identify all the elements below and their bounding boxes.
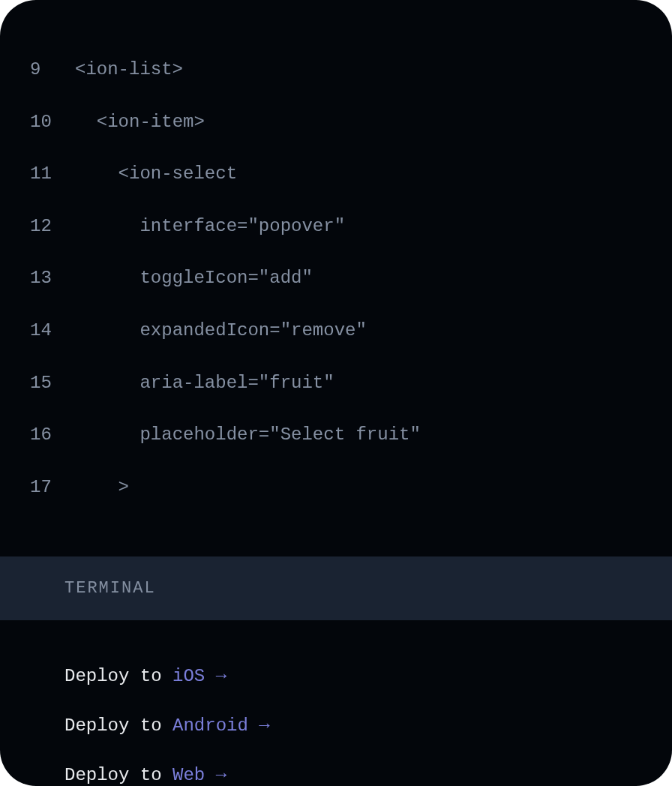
arrow-right-icon: → xyxy=(205,763,226,786)
code-text: > xyxy=(75,475,129,500)
code-line: 17 > xyxy=(30,475,642,500)
line-number: 12 xyxy=(30,214,75,239)
line-number: 14 xyxy=(30,318,75,344)
command-target: Web xyxy=(172,763,205,786)
terminal-tab[interactable]: TERMINAL xyxy=(0,556,672,620)
deploy-web-command[interactable]: Deploy to Web → xyxy=(64,763,608,786)
code-line: 9 <ion-list> xyxy=(30,57,642,82)
code-text: <ion-select xyxy=(75,161,237,187)
code-text: <ion-item> xyxy=(75,110,205,135)
arrow-right-icon: → xyxy=(205,664,226,689)
line-number: 16 xyxy=(30,422,75,448)
command-prefix: Deploy to xyxy=(64,664,172,689)
code-line: 16 placeholder="Select fruit" xyxy=(30,422,642,448)
code-text: toggleIcon="add" xyxy=(75,266,313,291)
code-line: 12 interface="popover" xyxy=(30,214,642,239)
editor-window: 9 <ion-list> 10 <ion-item> 11 <ion-selec… xyxy=(0,0,672,786)
command-target: Android xyxy=(172,713,248,739)
code-text: expandedIcon="remove" xyxy=(75,318,367,344)
command-prefix: Deploy to xyxy=(64,763,172,786)
line-number: 15 xyxy=(30,370,75,396)
code-text: interface="popover" xyxy=(75,214,345,239)
line-number: 11 xyxy=(30,161,75,187)
code-line: 11 <ion-select xyxy=(30,161,642,187)
code-line: 15 aria-label="fruit" xyxy=(30,370,642,396)
terminal-panel[interactable]: Deploy to iOS → Deploy to Android → Depl… xyxy=(0,620,672,786)
line-number: 9 xyxy=(30,57,75,82)
code-text: aria-label="fruit" xyxy=(75,370,334,396)
command-prefix: Deploy to xyxy=(64,713,172,739)
code-text: placeholder="Select fruit" xyxy=(75,422,421,448)
deploy-android-command[interactable]: Deploy to Android → xyxy=(64,713,608,739)
code-line: 14 expandedIcon="remove" xyxy=(30,318,642,344)
line-number: 10 xyxy=(30,110,75,135)
code-line: 13 toggleIcon="add" xyxy=(30,266,642,291)
command-target: iOS xyxy=(172,664,205,689)
deploy-ios-command[interactable]: Deploy to iOS → xyxy=(64,664,608,689)
code-editor[interactable]: 9 <ion-list> 10 <ion-item> 11 <ion-selec… xyxy=(0,0,672,556)
terminal-label: TERMINAL xyxy=(64,579,156,598)
line-number: 13 xyxy=(30,266,75,291)
code-line: 10 <ion-item> xyxy=(30,110,642,135)
line-number: 17 xyxy=(30,475,75,500)
code-text: <ion-list> xyxy=(75,57,183,82)
arrow-right-icon: → xyxy=(248,713,270,739)
